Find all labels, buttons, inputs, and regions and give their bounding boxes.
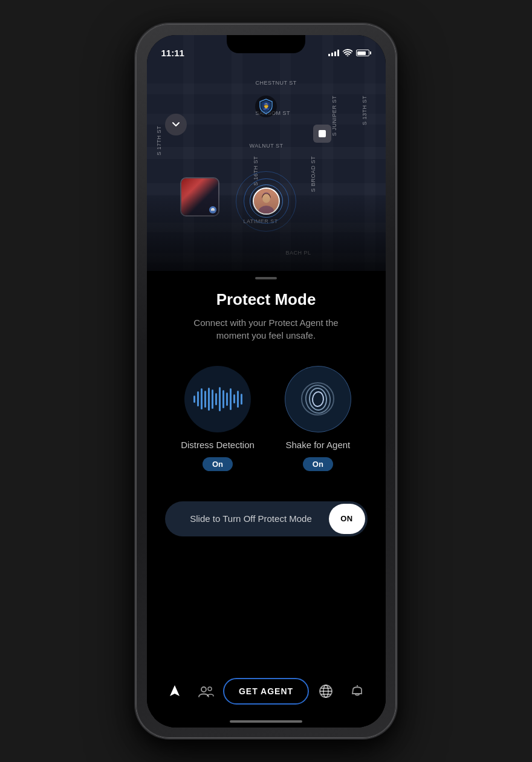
notch bbox=[227, 35, 305, 53]
svg-point-8 bbox=[208, 687, 212, 691]
shake-for-agent-badge[interactable]: On bbox=[303, 457, 333, 471]
svg-text:👮: 👮 bbox=[262, 102, 270, 110]
nav-globe[interactable] bbox=[311, 676, 341, 706]
nav-bell[interactable] bbox=[342, 676, 372, 706]
signal-icon bbox=[328, 50, 339, 56]
get-agent-button[interactable]: GET AGENT bbox=[223, 678, 309, 705]
collapse-button[interactable] bbox=[165, 114, 187, 135]
distress-detection-label: Distress Detection bbox=[181, 440, 255, 450]
map-area: CHESTNUT ST SANSOM ST WALNUT ST LATIMER … bbox=[147, 35, 386, 301]
shake-for-agent-label: Shake for Agent bbox=[285, 440, 350, 450]
shake-for-agent-item[interactable]: Shake for Agent On bbox=[285, 366, 351, 471]
slide-toggle-container[interactable]: Slide to Turn Off Protect Mode ON bbox=[165, 501, 368, 536]
shake-icon bbox=[301, 382, 334, 415]
street-label-chestnut: CHESTNUT ST bbox=[256, 80, 297, 86]
street-label-13th: S 13TH ST bbox=[362, 96, 368, 125]
audio-wave-icon bbox=[193, 387, 242, 411]
distress-detection-item[interactable]: Distress Detection On bbox=[181, 366, 255, 471]
phone-screen: 11:11 bbox=[147, 35, 386, 728]
phone-frame: 11:11 bbox=[136, 24, 396, 738]
stop-button[interactable] bbox=[313, 125, 331, 143]
nav-location[interactable] bbox=[160, 676, 190, 706]
distress-detection-badge[interactable]: On bbox=[203, 457, 233, 471]
sheet-title: Protect Mode bbox=[216, 290, 316, 309]
distress-detection-circle[interactable] bbox=[184, 366, 251, 432]
street-label-juniper: S JUNIPER ST bbox=[331, 96, 337, 136]
slide-text: Slide to Turn Off Protect Mode bbox=[167, 513, 329, 524]
protect-mode-sheet: Protect Mode Connect with your Protect A… bbox=[147, 271, 386, 728]
shield-map-icon: 👮 bbox=[255, 96, 277, 120]
home-indicator bbox=[230, 720, 302, 723]
shake-for-agent-circle[interactable] bbox=[285, 366, 351, 432]
wifi-icon bbox=[343, 48, 352, 58]
sheet-subtitle: Connect with your Protect Agent the mome… bbox=[181, 316, 351, 342]
svg-point-7 bbox=[201, 687, 206, 692]
features-row: Distress Detection On Shake for Agent bbox=[165, 366, 368, 471]
street-label-broad: S BROAD ST bbox=[310, 156, 316, 192]
sheet-drag-handle[interactable] bbox=[255, 277, 277, 279]
status-time: 11:11 bbox=[161, 48, 184, 58]
slide-toggle-button[interactable]: ON bbox=[329, 504, 365, 534]
bottom-nav: GET AGENT bbox=[147, 667, 386, 728]
nav-contacts[interactable] bbox=[191, 676, 221, 706]
status-icons bbox=[328, 48, 371, 58]
battery-icon bbox=[356, 50, 371, 56]
street-label-walnut: WALNUT ST bbox=[250, 143, 284, 149]
street-label-17th: S 17TH ST bbox=[156, 126, 162, 155]
